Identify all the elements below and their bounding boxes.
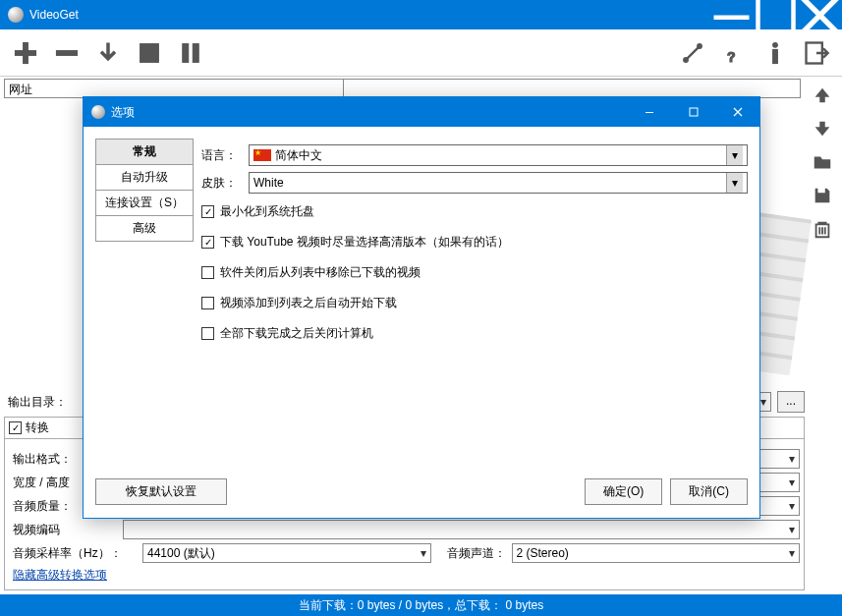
tray-label: 最小化到系统托盘 xyxy=(220,203,314,220)
autostart-checkbox[interactable] xyxy=(201,297,214,309)
svg-rect-12 xyxy=(773,49,778,63)
svg-point-9 xyxy=(698,43,702,48)
remove-button[interactable] xyxy=(51,37,83,69)
shutdown-label: 全部下载完成之后关闭计算机 xyxy=(220,325,373,342)
hide-advanced-link[interactable]: 隐藏高级转换选项 xyxy=(9,568,107,582)
dialog-minimize-button[interactable] xyxy=(627,98,671,126)
column-url[interactable]: 网址 xyxy=(5,80,344,97)
tab-connection[interactable]: 连接设置（S） xyxy=(95,190,194,215)
move-up-button[interactable] xyxy=(812,84,835,108)
skin-select[interactable]: White xyxy=(249,172,748,194)
audio-channel-select[interactable]: 2 (Stereo) xyxy=(512,543,801,563)
dialog-close-button[interactable] xyxy=(715,98,759,126)
hd-checkbox[interactable] xyxy=(201,236,214,249)
svg-rect-3 xyxy=(16,50,36,55)
close-button[interactable] xyxy=(798,0,842,29)
convert-checkbox[interactable] xyxy=(9,421,22,434)
svg-rect-4 xyxy=(57,50,78,55)
settings-button[interactable] xyxy=(677,37,708,69)
svg-text:?: ? xyxy=(727,49,736,65)
cancel-button[interactable]: 取消(C) xyxy=(670,478,748,505)
dialog-maximize-button[interactable] xyxy=(671,98,715,126)
svg-rect-14 xyxy=(646,112,653,113)
save-button[interactable] xyxy=(812,185,835,208)
app-icon xyxy=(8,7,24,23)
status-bar: 当前下载：0 bytes / 0 bytes，总下载： 0 bytes xyxy=(0,594,842,616)
flag-cn-icon xyxy=(253,149,271,161)
pause-button[interactable] xyxy=(175,37,206,69)
dialog-title: 选项 xyxy=(111,104,627,121)
maximize-button[interactable] xyxy=(754,0,798,29)
dialog-tabs: 常规 自动升级 连接设置（S） 高级 xyxy=(95,139,194,463)
restore-defaults-button[interactable]: 恢复默认设置 xyxy=(95,478,227,505)
svg-point-8 xyxy=(684,57,689,62)
video-codec-select[interactable] xyxy=(123,520,800,539)
svg-rect-15 xyxy=(690,108,698,116)
audio-channel-label: 音频声道： xyxy=(437,545,506,562)
window-title: VideoGet xyxy=(29,8,709,22)
download-button[interactable] xyxy=(92,37,124,69)
dialog-app-icon xyxy=(91,105,105,119)
svg-rect-0 xyxy=(714,15,750,20)
svg-rect-1 xyxy=(758,0,794,32)
convert-label: 转换 xyxy=(26,420,49,436)
tray-checkbox[interactable] xyxy=(201,205,214,218)
options-dialog: 选项 常规 自动升级 连接设置（S） 高级 语言： 简体中文 皮肤： White… xyxy=(83,96,760,519)
help-button[interactable]: ? xyxy=(718,37,750,69)
shutdown-checkbox[interactable] xyxy=(201,327,214,340)
hd-label: 下载 YouTube 视频时尽量选择高清版本（如果有的话） xyxy=(220,234,509,251)
info-button[interactable] xyxy=(759,37,791,69)
side-toolbar xyxy=(805,77,842,594)
main-titlebar: VideoGet xyxy=(0,0,842,29)
move-down-button[interactable] xyxy=(812,118,835,141)
skin-label: 皮肤： xyxy=(201,175,241,192)
tab-autoupdate[interactable]: 自动升级 xyxy=(95,164,194,190)
dialog-titlebar: 选项 xyxy=(84,97,759,127)
remove-label: 软件关闭后从列表中移除已下载的视频 xyxy=(220,264,421,281)
svg-rect-5 xyxy=(140,43,159,62)
tab-advanced[interactable]: 高级 xyxy=(95,215,194,242)
status-text: 当前下载：0 bytes / 0 bytes，总下载： 0 bytes xyxy=(299,597,543,614)
url-table-header: 网址 xyxy=(4,79,801,98)
minimize-button[interactable] xyxy=(709,0,754,29)
dialog-footer: 恢复默认设置 确定(O) 取消(C) xyxy=(84,475,759,518)
sample-rate-label: 音频采样率（Hz）： xyxy=(9,545,137,562)
stop-button[interactable] xyxy=(134,37,165,69)
svg-rect-7 xyxy=(193,43,198,62)
tab-content-general: 语言： 简体中文 皮肤： White 最小化到系统托盘 下载 YouTube 视… xyxy=(201,139,748,463)
ok-button[interactable]: 确定(O) xyxy=(585,478,662,505)
language-label: 语言： xyxy=(201,147,241,164)
open-folder-button[interactable] xyxy=(812,151,835,175)
svg-rect-6 xyxy=(183,43,189,62)
video-codec-label: 视频编码 xyxy=(9,522,117,538)
browse-button[interactable]: ... xyxy=(777,391,805,413)
svg-point-11 xyxy=(773,42,778,47)
remove-checkbox[interactable] xyxy=(201,266,214,279)
autostart-label: 视频添加到列表之后自动开始下载 xyxy=(220,295,397,311)
tab-general[interactable]: 常规 xyxy=(95,139,194,164)
exit-button[interactable] xyxy=(801,37,832,69)
language-select[interactable]: 简体中文 xyxy=(249,144,748,166)
add-button[interactable] xyxy=(10,37,41,69)
delete-button[interactable] xyxy=(812,218,835,242)
sample-rate-select[interactable]: 44100 (默认) xyxy=(142,543,431,563)
